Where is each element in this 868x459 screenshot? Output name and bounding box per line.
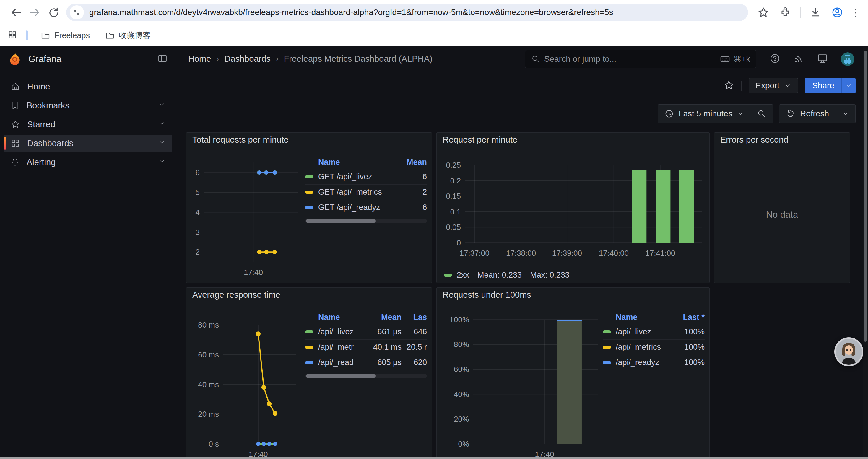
floating-assistant-avatar[interactable] bbox=[834, 337, 863, 366]
requests-under-100ms-chart[interactable]: 100%80%60%40%20%0%17:40 bbox=[438, 302, 603, 459]
breadcrumb-home[interactable]: Home bbox=[188, 54, 211, 64]
bell-icon bbox=[11, 158, 20, 167]
extensions-icon[interactable] bbox=[776, 3, 795, 22]
chevron-down-icon[interactable] bbox=[158, 138, 166, 148]
breadcrumb-dashboards[interactable]: Dashboards bbox=[224, 54, 270, 64]
share-menu-button[interactable] bbox=[841, 78, 856, 93]
sidebar-toggle-icon[interactable] bbox=[157, 53, 168, 65]
chevron-down-icon[interactable] bbox=[158, 157, 166, 167]
request-per-minute-chart[interactable]: 0.250.20.150.10.05017:37:0017:38:0017:39… bbox=[441, 147, 705, 268]
legend-row[interactable]: /api/_readyz 100% bbox=[603, 355, 705, 370]
legend-scrollbar[interactable] bbox=[305, 374, 427, 378]
zoom-out-button[interactable] bbox=[750, 104, 773, 123]
legend-item-2xx[interactable]: 2xx bbox=[444, 270, 469, 280]
page-scrollbar-thumb[interactable] bbox=[864, 51, 867, 342]
refresh-button[interactable]: Refresh bbox=[779, 104, 836, 123]
series-swatch bbox=[305, 346, 313, 349]
panel-title[interactable]: Request per minute bbox=[437, 133, 709, 147]
legend-column-name[interactable]: Name bbox=[305, 158, 395, 167]
legend-scrollbar-thumb[interactable] bbox=[306, 219, 375, 223]
sidebar-item-alerting[interactable]: Alerting bbox=[4, 154, 172, 171]
svg-text:17:38:00: 17:38:00 bbox=[506, 249, 536, 258]
total-requests-chart[interactable]: 6543217:40 bbox=[188, 147, 305, 283]
site-settings-icon[interactable] bbox=[70, 5, 84, 20]
svg-text:3: 3 bbox=[195, 228, 200, 237]
search-icon bbox=[531, 55, 540, 64]
reload-button[interactable] bbox=[44, 3, 63, 22]
page-scrollbar[interactable] bbox=[863, 46, 868, 457]
legend-row[interactable]: GET /api/_metrics 2 bbox=[305, 185, 427, 200]
search-placeholder: Search or jump to... bbox=[544, 54, 616, 64]
legend-column-last[interactable]: Las bbox=[402, 313, 427, 322]
panel-requests-under-100ms: Requests under 100ms 100%80%60%40%20%0%1… bbox=[436, 287, 710, 459]
panel-legend: Name Last * /api/_livez 100% /api/_metri… bbox=[603, 311, 705, 459]
dashboard-main: Export Share Last 5 minutes bbox=[176, 72, 868, 459]
panel-total-requests: Total requests per minute 6543217:40 Nam… bbox=[186, 132, 432, 283]
panel-title[interactable]: Requests under 100ms bbox=[437, 288, 709, 302]
legend-mean: Mean: 0.233 bbox=[477, 270, 522, 280]
svg-text:60%: 60% bbox=[454, 365, 469, 374]
chevron-down-icon[interactable] bbox=[158, 101, 166, 110]
svg-text:17:40:00: 17:40:00 bbox=[599, 249, 629, 258]
help-icon[interactable] bbox=[769, 53, 780, 65]
average-response-time-chart[interactable]: 80 ms60 ms40 ms20 ms0 s17:40 bbox=[188, 302, 305, 459]
time-range-picker[interactable]: Last 5 minutes bbox=[658, 104, 750, 123]
back-button[interactable] bbox=[6, 3, 25, 22]
monitor-icon[interactable] bbox=[816, 53, 829, 66]
sidebar-item-home[interactable]: Home bbox=[4, 78, 172, 95]
legend-row[interactable]: /api/_readyz 605 µs 620 bbox=[305, 355, 427, 370]
bookmark-folder-blogs[interactable]: 收藏博客 bbox=[101, 28, 155, 42]
legend-row[interactable]: GET /api/_readyz 6 bbox=[305, 200, 427, 215]
legend-column-name[interactable]: Name bbox=[305, 313, 354, 322]
no-data-message: No data bbox=[714, 147, 850, 283]
panel-request-per-minute: Request per minute 0.250.20.150.10.05017… bbox=[436, 132, 710, 283]
user-avatar[interactable] bbox=[841, 52, 855, 66]
panel-title[interactable]: Errors per second bbox=[714, 133, 850, 147]
legend-scrollbar-thumb[interactable] bbox=[306, 374, 375, 378]
refresh-interval-button[interactable] bbox=[836, 104, 855, 123]
export-button[interactable]: Export bbox=[749, 78, 798, 93]
bookmark-icon bbox=[11, 101, 20, 110]
legend-row[interactable]: /api/_metrics 40.1 ms 20.5 r bbox=[305, 340, 427, 355]
favorite-star-icon[interactable] bbox=[723, 80, 734, 92]
svg-text:0.2: 0.2 bbox=[450, 176, 461, 185]
search-shortcut: ⌘+k bbox=[720, 54, 750, 64]
panel-title[interactable]: Average response time bbox=[186, 288, 432, 302]
legend-scrollbar[interactable] bbox=[305, 219, 427, 223]
url-bar[interactable]: grafana.mathmast.com/d/deytv4rwavabkb/fr… bbox=[66, 4, 748, 21]
sidebar-item-label: Home bbox=[27, 82, 50, 92]
chevron-down-icon[interactable] bbox=[158, 120, 166, 129]
sidebar-item-bookmarks[interactable]: Bookmarks bbox=[4, 97, 172, 114]
news-rss-icon[interactable] bbox=[793, 53, 804, 65]
forward-button[interactable] bbox=[25, 3, 44, 22]
legend-column-last[interactable]: Last * bbox=[672, 313, 705, 322]
browser-menu-icon[interactable]: ⋮ bbox=[850, 6, 862, 18]
sidebar-item-starred[interactable]: Starred bbox=[4, 116, 172, 133]
downloads-icon[interactable] bbox=[806, 3, 825, 22]
window-bottom-scrollbar[interactable] bbox=[0, 457, 868, 459]
grafana-logo[interactable] bbox=[8, 52, 22, 66]
apps-grid-icon[interactable] bbox=[8, 30, 17, 41]
share-button[interactable]: Share bbox=[805, 78, 841, 93]
star-icon bbox=[11, 120, 20, 129]
time-controls: Last 5 minutes Refresh bbox=[186, 104, 856, 124]
panel-title[interactable]: Total requests per minute bbox=[186, 133, 432, 147]
svg-text:100%: 100% bbox=[450, 315, 469, 324]
bookmark-folder-freeleaps[interactable]: Freeleaps bbox=[37, 29, 94, 42]
legend-row[interactable]: GET /api/_livez 6 bbox=[305, 169, 427, 185]
legend-column-mean[interactable]: Mean bbox=[354, 313, 402, 322]
keyboard-icon bbox=[720, 54, 730, 64]
bookmark-star-icon[interactable] bbox=[754, 3, 773, 22]
legend-row[interactable]: /api/_livez 661 µs 646 bbox=[305, 324, 427, 340]
legend-row[interactable]: /api/_metrics 100% bbox=[603, 340, 705, 355]
legend-column-mean[interactable]: Mean bbox=[395, 158, 427, 167]
sidebar-item-dashboards[interactable]: Dashboards bbox=[4, 135, 172, 152]
search-input[interactable]: Search or jump to... ⌘+k bbox=[525, 50, 756, 68]
legend-column-name[interactable]: Name bbox=[603, 313, 672, 322]
bookmarks-divider bbox=[26, 30, 28, 40]
series-swatch bbox=[305, 175, 313, 178]
series-swatch bbox=[305, 330, 313, 333]
profile-icon[interactable] bbox=[828, 3, 847, 22]
legend-row[interactable]: /api/_livez 100% bbox=[603, 324, 705, 340]
url-text[interactable]: grafana.mathmast.com/d/deytv4rwavabkb/fr… bbox=[89, 8, 613, 17]
